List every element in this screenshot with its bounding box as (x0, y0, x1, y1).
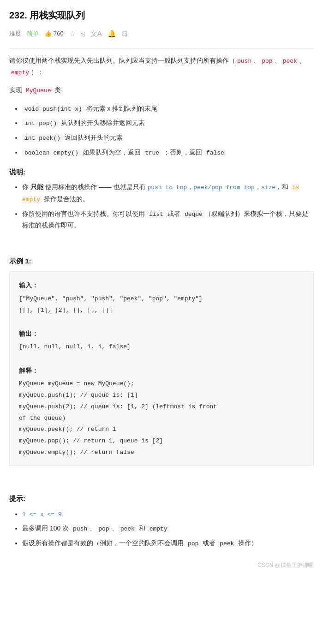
code-empty2: empty (147, 525, 170, 533)
list-item: 你所使用的语言也许不支持栈。你可以使用 list 或者 deque（双端队列）来… (22, 208, 314, 231)
hint-code-1: 1 <= x <= 9 (22, 511, 62, 518)
list-item: 最多调用 100 次 push、pop、peek 和 empty (22, 523, 314, 535)
problem-title: 232. 用栈实现队列 (9, 7, 314, 23)
code-myqueue: MyQueue (24, 87, 53, 95)
difficulty-value: 简单 (27, 29, 39, 39)
footer: CSDN @摸鱼王胖哪哪 (9, 561, 314, 570)
share-icon[interactable]: ⎗ (81, 28, 85, 40)
bookmark-icon[interactable]: ⊟ (122, 28, 128, 40)
input-line-2: [[], [1], [2], [], [], []] (19, 307, 113, 314)
notes-title: 说明: (9, 166, 314, 178)
size-code: size (261, 184, 275, 191)
list-item: 你 只能 使用标准的栈操作 —— 也就是只有 push to top，peek/… (22, 181, 314, 205)
output-line: [null, null, null, 1, 1, false] (19, 343, 131, 350)
explain-line-3: myQueue.push(2); // queue is: [1, 2] (le… (19, 403, 217, 410)
method-desc-pop: 从队列的开头移除并返回元素 (61, 119, 145, 126)
bold-text: 只能 (30, 183, 43, 191)
method-sig-pop: int pop() (22, 119, 59, 127)
method-sig-peek: int peek() (22, 134, 63, 142)
code-deque: deque (182, 210, 205, 218)
notes-list: 你 只能 使用标准的栈操作 —— 也就是只有 push to top，peek/… (9, 181, 314, 231)
method-sig-empty: boolean empty() (22, 149, 81, 157)
input-label: 输入： (19, 279, 304, 292)
star-icon[interactable]: ☆ (69, 28, 75, 40)
input-line-1: ["MyQueue", "push", "push", "peek", "pop… (19, 295, 203, 302)
description-p2: 实现 MyQueue 类: (9, 84, 314, 96)
method-desc-peek: 返回队列开头的元素 (65, 134, 123, 141)
list-item: 假设所有操作都是有效的（例如，一个空的队列不会调用 pop 或者 peek 操作… (22, 537, 314, 549)
explain-line-7: myQueue.empty(); // return false (19, 449, 134, 456)
code-push: push (235, 57, 253, 65)
explain-line-1: MyQueue myQueue = new MyQueue(); (19, 380, 134, 387)
code-empty: empty (9, 69, 31, 77)
difficulty-label: 难度 (9, 29, 21, 39)
example-box: 输入： ["MyQueue", "push", "push", "peek", … (9, 271, 314, 466)
output-label: 输出： (19, 328, 304, 340)
list-item: int peek() 返回队列开头的元素 (22, 132, 314, 144)
code-peek2: peek (118, 525, 137, 533)
list-item: 1 <= x <= 9 (22, 508, 314, 520)
like-icon: 👍 (44, 29, 52, 39)
method-sig-push: void push(int x) (22, 105, 84, 113)
explain-line-6: myQueue.pop(); // return 1, queue is [2] (19, 437, 163, 444)
description-p1: 请你仅使用两个栈实现先入先出队列。队列应当支持一般队列支持的所有操作（push、… (9, 55, 314, 78)
code-pop3: pop (185, 540, 201, 548)
code-pop: pop (260, 57, 274, 65)
push-to-top: push to top (147, 184, 187, 191)
code-list: list (147, 210, 166, 218)
method-list: void push(int x) 将元素 x 推到队列的末尾 int pop()… (9, 103, 314, 159)
meta-row: 难度 简单 👍 760 ☆ ⎗ 文A 🔔 ⊟ (9, 28, 314, 40)
example-title: 示例 1: (9, 255, 314, 267)
hints-list: 1 <= x <= 9 最多调用 100 次 push、pop、peek 和 e… (9, 508, 314, 549)
code-pop2: pop (96, 525, 111, 533)
likes-count[interactable]: 👍 760 (44, 29, 64, 39)
translate-icon[interactable]: 文A (90, 28, 102, 40)
peek-pop-from-top: peek/pop from top (193, 184, 255, 191)
list-item: void push(int x) 将元素 x 推到队列的末尾 (22, 103, 314, 115)
explain-line-2: myQueue.push(1); // queue is: [1] (19, 392, 138, 399)
bell-icon[interactable]: 🔔 (108, 28, 116, 40)
divider-top (9, 48, 314, 48)
explain-label: 解释： (19, 364, 304, 377)
list-item: boolean empty() 如果队列为空，返回 true ；否则，返回 fa… (22, 147, 314, 159)
method-desc-empty: 如果队列为空，返回 true ；否则，返回 false (83, 149, 227, 156)
code-peek3: peek (217, 540, 236, 548)
explain-line-5: myQueue.peek(); // return 1 (19, 426, 116, 433)
method-desc-push: 将元素 x 推到队列的末尾 (86, 105, 158, 112)
hints-title: 提示: (9, 493, 314, 505)
list-item: int pop() 从队列的开头移除并返回元素 (22, 117, 314, 129)
code-push2: push (71, 525, 90, 533)
explain-line-4: of the queue) (19, 415, 66, 422)
code-peek: peek (281, 57, 299, 65)
